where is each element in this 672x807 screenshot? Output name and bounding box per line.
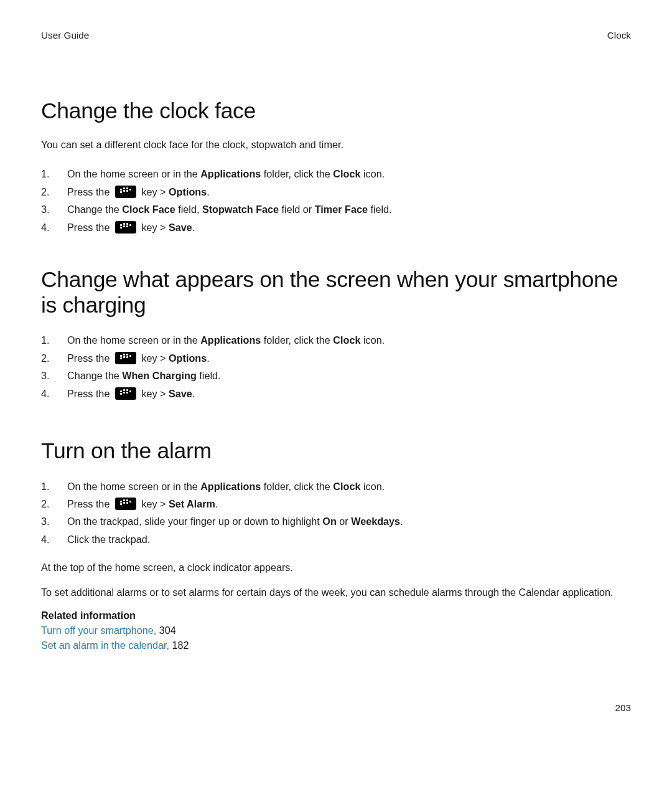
page: User Guide Clock Change the clock face Y… — [0, 0, 672, 807]
step: On the home screen or in the Application… — [41, 331, 631, 349]
link-turn-off-smartphone[interactable]: Turn off your smartphone, — [41, 625, 156, 636]
blackberry-key-icon — [115, 387, 136, 400]
section-title: Change the clock face — [41, 98, 631, 124]
step: Press the key > Options. — [41, 183, 631, 201]
link-set-alarm-calendar[interactable]: Set an alarm in the calendar, — [41, 639, 169, 651]
section-title: Turn on the alarm — [41, 438, 631, 464]
page-header: User Guide Clock — [41, 30, 631, 41]
step: Press the key > Save. — [41, 385, 631, 402]
step: On the trackpad, slide your finger up or… — [41, 512, 631, 530]
related-link: Turn off your smartphone, 304 — [41, 623, 631, 638]
blackberry-key-icon — [115, 186, 136, 198]
header-left: User Guide — [41, 30, 89, 41]
step: Press the key > Set Alarm. — [41, 495, 631, 512]
section-change-clock-face: Change the clock face You can set a diff… — [41, 98, 631, 236]
paragraph: At the top of the home screen, a clock i… — [41, 560, 631, 575]
step: Click the trackpad. — [41, 531, 631, 548]
step: Change the Clock Face field, Stopwatch F… — [41, 201, 631, 218]
link-page-number: 304 — [159, 625, 176, 636]
step: Change the When Charging field. — [41, 367, 631, 384]
steps-list: On the home screen or in the Application… — [41, 331, 631, 402]
related-information-heading: Related information — [41, 610, 631, 621]
blackberry-key-icon — [115, 498, 136, 510]
blackberry-key-icon — [115, 221, 136, 234]
section-intro: You can set a different clock face for t… — [41, 138, 631, 152]
related-link: Set an alarm in the calendar, 182 — [41, 638, 631, 653]
link-page-number: 182 — [172, 639, 189, 651]
section-title: Change what appears on the screen when y… — [41, 267, 631, 318]
step: On the home screen or in the Application… — [41, 165, 631, 182]
page-number: 203 — [615, 702, 631, 714]
header-right: Clock — [607, 30, 631, 41]
steps-list: On the home screen or in the Application… — [41, 165, 631, 235]
section-change-charging-screen: Change what appears on the screen when y… — [41, 267, 631, 402]
step: On the home screen or in the Application… — [41, 478, 631, 495]
step: Press the key > Options. — [41, 349, 631, 367]
steps-list: On the home screen or in the Application… — [41, 478, 631, 548]
blackberry-key-icon — [115, 352, 136, 364]
step: Press the key > Save. — [41, 219, 631, 236]
paragraph: To set additional alarms or to set alarm… — [41, 585, 631, 600]
section-turn-on-alarm: Turn on the alarm On the home screen or … — [41, 438, 631, 653]
